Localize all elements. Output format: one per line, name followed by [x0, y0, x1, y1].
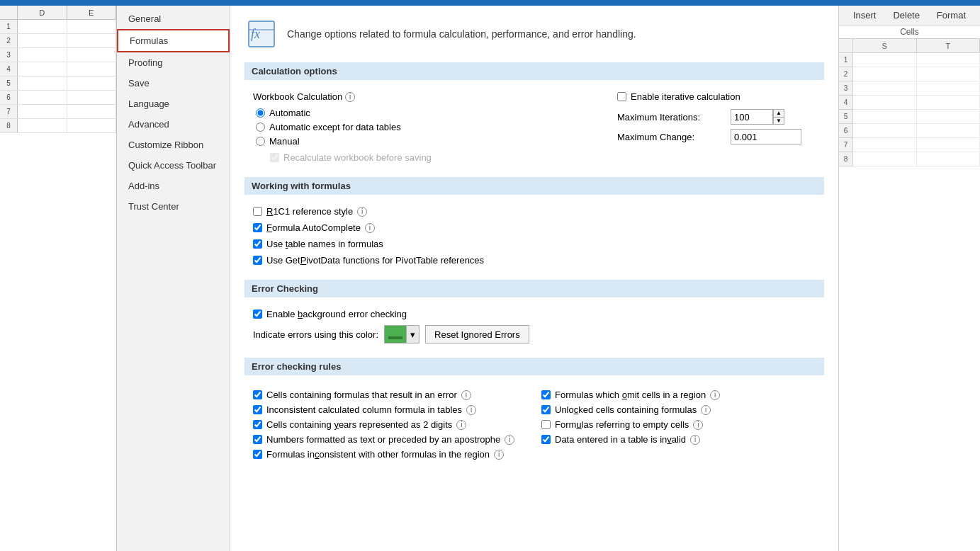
- rule4-info-icon[interactable]: i: [505, 435, 514, 445]
- rule-unlocked-cells[interactable]: Unlocked cells containing formulas i: [541, 404, 816, 415]
- rule-inconsistent-column-input[interactable]: [253, 405, 262, 414]
- check-r1c1[interactable]: R1C1 reference style i: [253, 206, 816, 217]
- cell-t8[interactable]: [917, 152, 981, 166]
- rule-unlocked-cells-label: Unlocked cells containing formulas: [555, 404, 697, 415]
- rule-data-invalid-input[interactable]: [541, 435, 551, 444]
- r1c1-info-icon[interactable]: i: [357, 207, 367, 217]
- cell-s4[interactable]: [853, 96, 917, 110]
- row-7-header: 7: [839, 138, 853, 152]
- left-row-6: 6: [0, 91, 116, 105]
- max-change-input[interactable]: [731, 129, 801, 144]
- radio-auto-except-tables[interactable]: Automatic except for data tables: [256, 122, 617, 132]
- check-enable-bg-error-input[interactable]: [253, 309, 262, 319]
- check-getpivotdata-input[interactable]: [253, 256, 262, 265]
- delete-button[interactable]: Delete: [890, 8, 923, 22]
- autocomplete-info-icon[interactable]: i: [365, 223, 375, 233]
- sidebar-item-add-ins[interactable]: Add-ins: [117, 176, 230, 196]
- sidebar-item-save[interactable]: Save: [117, 73, 230, 93]
- rule1-info-icon[interactable]: i: [461, 390, 471, 400]
- rule-formulas-inconsistent[interactable]: Formulas inconsistent with other formula…: [253, 449, 527, 460]
- check-table-names[interactable]: Use table names in formulas: [253, 239, 816, 249]
- insert-button[interactable]: Insert: [850, 8, 879, 22]
- cell-s2[interactable]: [853, 67, 917, 81]
- cell-t2[interactable]: [917, 67, 981, 81]
- header-description: Change options related to formula calcul…: [287, 28, 636, 40]
- check-getpivotdata[interactable]: Use GetPivotData functions for PivotTabl…: [253, 255, 816, 266]
- sidebar-item-proofing[interactable]: Proofing: [117, 52, 230, 73]
- rule5-info-icon[interactable]: i: [494, 450, 504, 460]
- content-panel: fx Change options related to formula cal…: [230, 6, 838, 551]
- rule-numbers-as-text[interactable]: Numbers formatted as text or preceded by…: [253, 434, 527, 445]
- rule-years-2digits[interactable]: Cells containing years represented as 2 …: [253, 419, 527, 430]
- radio-auto-except-tables-input[interactable]: [256, 123, 265, 132]
- sidebar-item-advanced[interactable]: Advanced: [117, 114, 230, 135]
- rule-formulas-empty-cells[interactable]: Formulas referring to empty cells i: [541, 419, 816, 430]
- cell-t6[interactable]: [917, 124, 981, 138]
- check-autocomplete[interactable]: Formula AutoComplete i: [253, 222, 816, 233]
- rule-years-2digits-input[interactable]: [253, 420, 262, 429]
- cell-t4[interactable]: [917, 96, 981, 110]
- rule8-info-icon[interactable]: i: [693, 420, 703, 430]
- recalc-checkbox-item[interactable]: Recalculate workbook before saving: [270, 152, 617, 163]
- cell-s3[interactable]: [853, 81, 917, 96]
- rule-formulas-omit-cells-input[interactable]: [541, 390, 551, 399]
- color-dropdown-arrow-icon[interactable]: ▾: [406, 326, 419, 343]
- rule3-info-icon[interactable]: i: [456, 420, 466, 430]
- row-4-header: 4: [839, 96, 853, 110]
- row-1-header: 1: [839, 53, 853, 67]
- rule6-info-icon[interactable]: i: [710, 390, 720, 400]
- check-autocomplete-input[interactable]: [253, 223, 262, 232]
- left-row-1: 1: [0, 20, 116, 34]
- max-iterations-input[interactable]: [731, 109, 773, 125]
- rule-formulas-empty-cells-input[interactable]: [541, 420, 551, 429]
- rule2-info-icon[interactable]: i: [466, 405, 476, 415]
- cell-t1[interactable]: [917, 53, 981, 67]
- cell-s7[interactable]: [853, 138, 917, 152]
- cell-s1[interactable]: [853, 53, 917, 67]
- rule-cells-with-errors[interactable]: Cells containing formulas that result in…: [253, 390, 527, 400]
- rule9-info-icon[interactable]: i: [690, 435, 700, 445]
- radio-automatic[interactable]: Automatic: [256, 108, 617, 118]
- cell-t7[interactable]: [917, 138, 981, 152]
- cell-s6[interactable]: [853, 124, 917, 138]
- rule-formulas-inconsistent-input[interactable]: [253, 450, 262, 459]
- cell-t3[interactable]: [917, 81, 981, 96]
- recalc-checkbox[interactable]: [270, 153, 279, 162]
- enable-iter-checkbox[interactable]: [617, 92, 626, 101]
- max-iterations-down[interactable]: ▼: [773, 117, 784, 125]
- rule-cells-with-errors-input[interactable]: [253, 390, 262, 399]
- format-button[interactable]: Format: [934, 8, 969, 22]
- check-table-names-input[interactable]: [253, 239, 262, 249]
- rule-formulas-empty-cells-label: Formulas referring to empty cells: [555, 419, 689, 430]
- rule-data-invalid[interactable]: Data entered in a table is invalid i: [541, 434, 816, 445]
- sheet-col-headers: S T: [839, 39, 980, 53]
- sidebar: General Formulas Proofing Save Language …: [117, 6, 230, 551]
- sidebar-item-formulas[interactable]: Formulas: [117, 29, 230, 52]
- rule-numbers-as-text-input[interactable]: [253, 435, 262, 444]
- max-iterations-input-group: ▲ ▼: [731, 109, 784, 125]
- rule-formulas-omit-cells[interactable]: Formulas which omit cells in a region i: [541, 390, 816, 400]
- sidebar-item-language[interactable]: Language: [117, 93, 230, 114]
- rule-inconsistent-column[interactable]: Inconsistent calculated column formula i…: [253, 404, 527, 415]
- sidebar-item-customize-ribbon[interactable]: Customize Ribbon: [117, 135, 230, 155]
- cell-s8[interactable]: [853, 152, 917, 166]
- cell-s5[interactable]: [853, 110, 917, 124]
- sidebar-item-general[interactable]: General: [117, 8, 230, 29]
- color-picker-button[interactable]: ▾: [384, 325, 419, 343]
- reset-ignored-errors-button[interactable]: Reset Ignored Errors: [425, 325, 529, 343]
- cell-t5[interactable]: [917, 110, 981, 124]
- workbook-calc-info-icon[interactable]: i: [345, 92, 355, 102]
- check-r1c1-input[interactable]: [253, 207, 262, 216]
- sidebar-item-trust-center[interactable]: Trust Center: [117, 196, 230, 217]
- radio-manual[interactable]: Manual: [256, 136, 617, 147]
- max-iterations-up[interactable]: ▲: [773, 109, 784, 117]
- rules-grid: Cells containing formulas that result in…: [253, 390, 816, 460]
- sidebar-item-quick-access[interactable]: Quick Access Toolbar: [117, 155, 230, 176]
- max-iterations-spinner: ▲ ▼: [773, 109, 784, 125]
- radio-manual-input[interactable]: [256, 137, 265, 146]
- rule-unlocked-cells-input[interactable]: [541, 405, 551, 414]
- enable-iter-checkbox-item[interactable]: Enable iterative calculation: [617, 91, 816, 102]
- rule7-info-icon[interactable]: i: [701, 405, 711, 415]
- check-enable-bg-error[interactable]: Enable background error checking: [253, 309, 816, 319]
- radio-automatic-input[interactable]: [256, 108, 265, 118]
